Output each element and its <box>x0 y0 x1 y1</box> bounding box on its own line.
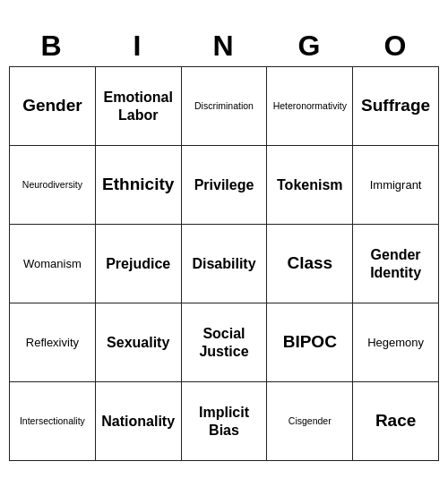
bingo-cell-23: Cisgender <box>267 382 353 461</box>
bingo-cell-19: Hegemony <box>353 303 439 382</box>
bingo-cell-0: Gender <box>10 67 96 146</box>
cell-text-11: Prejudice <box>106 255 170 272</box>
bingo-cell-11: Prejudice <box>96 225 182 303</box>
cell-text-13: Class <box>287 253 332 274</box>
cell-text-5: Neurodiversity <box>22 179 82 191</box>
bingo-cell-1: Emotional Labor <box>96 67 182 146</box>
bingo-cell-22: Implicit Bias <box>182 382 268 461</box>
cell-text-9: Immigrant <box>370 178 422 192</box>
bingo-cell-18: BIPOC <box>267 303 353 382</box>
bingo-cell-24: Race <box>353 382 439 461</box>
cell-text-15: Reflexivity <box>26 336 79 350</box>
cell-text-20: Intersectionality <box>20 415 85 427</box>
bingo-cell-16: Sexuality <box>96 303 182 382</box>
header-letter-B: B <box>9 26 95 66</box>
bingo-cell-9: Immigrant <box>353 146 439 225</box>
bingo-cell-12: Disability <box>182 225 268 303</box>
bingo-cell-2: Discrimination <box>182 67 268 146</box>
cell-text-14: Gender Identity <box>356 246 435 280</box>
bingo-cell-3: Heteronormativity <box>267 67 353 146</box>
bingo-cell-21: Nationality <box>96 382 182 461</box>
header-letter-O: O <box>353 26 439 66</box>
bingo-cell-4: Suffrage <box>353 67 439 146</box>
bingo-cell-14: Gender Identity <box>353 225 439 303</box>
bingo-cell-7: Privilege <box>182 146 268 225</box>
cell-text-8: Tokenism <box>277 176 343 193</box>
cell-text-22: Implicit Bias <box>185 404 264 438</box>
cell-text-6: Ethnicity <box>102 175 174 195</box>
cell-text-0: Gender <box>22 96 82 116</box>
cell-text-12: Disability <box>192 255 255 272</box>
cell-text-2: Discrimination <box>194 100 254 112</box>
cell-text-3: Heteronormativity <box>273 100 347 112</box>
bingo-cell-5: Neurodiversity <box>10 146 96 225</box>
cell-text-16: Sexuality <box>107 334 169 351</box>
bingo-cell-10: Womanism <box>10 225 96 303</box>
bingo-cell-13: Class <box>267 225 353 303</box>
cell-text-17: Social Justice <box>185 325 264 359</box>
cell-text-19: Hegemony <box>367 336 424 350</box>
bingo-cell-15: Reflexivity <box>10 303 96 382</box>
cell-text-4: Suffrage <box>361 96 430 116</box>
cell-text-10: Womanism <box>23 257 82 271</box>
bingo-header: BINGO <box>9 26 439 66</box>
bingo-cell-6: Ethnicity <box>96 146 182 225</box>
bingo-cell-17: Social Justice <box>182 303 268 382</box>
header-letter-G: G <box>267 26 353 66</box>
cell-text-18: BIPOC <box>283 332 337 353</box>
cell-text-23: Cisgender <box>289 415 332 427</box>
cell-text-24: Race <box>375 411 416 431</box>
header-letter-N: N <box>181 26 267 66</box>
cell-text-21: Nationality <box>101 413 175 430</box>
bingo-grid: GenderEmotional LaborDiscriminationHeter… <box>9 66 439 461</box>
header-letter-I: I <box>95 26 181 66</box>
bingo-card: BINGO GenderEmotional LaborDiscriminatio… <box>9 26 439 461</box>
bingo-cell-20: Intersectionality <box>10 382 96 461</box>
cell-text-7: Privilege <box>194 176 254 193</box>
cell-text-1: Emotional Labor <box>99 89 178 123</box>
bingo-cell-8: Tokenism <box>267 146 353 225</box>
